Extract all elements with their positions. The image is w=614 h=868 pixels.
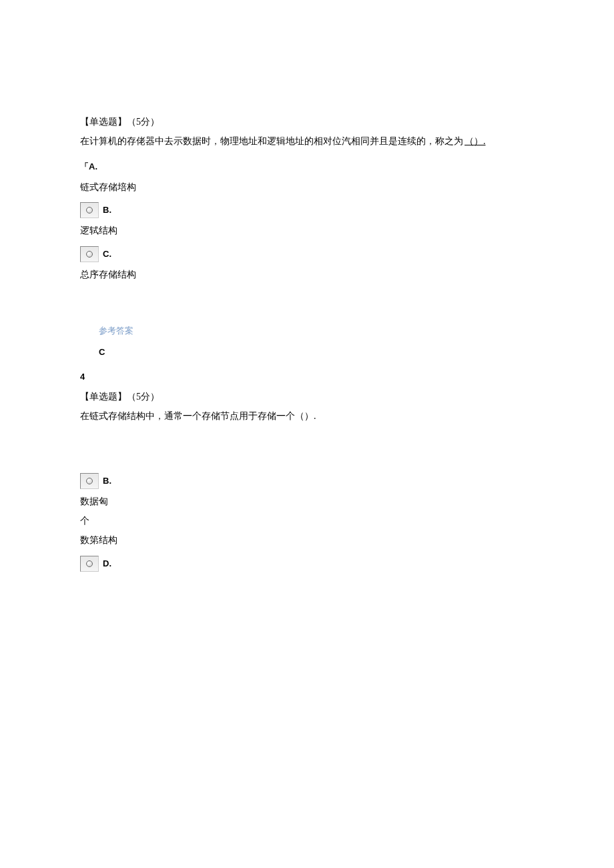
option-d-row[interactable]: D. bbox=[80, 556, 534, 572]
option-b-text-line3: 数第结构 bbox=[80, 532, 534, 548]
question-text: 在计算机的存佬器中去示数据时，物理地址和逻辑地址的相对位汽相同并且是连续的，称之… bbox=[80, 133, 534, 149]
option-b-label: B. bbox=[103, 473, 111, 489]
option-b-row[interactable]: B. bbox=[80, 202, 534, 218]
radio-icon[interactable] bbox=[80, 473, 99, 489]
option-c-row[interactable]: C. bbox=[80, 246, 534, 262]
question-blank: （）. bbox=[463, 136, 487, 146]
option-b-text-line2: 个 bbox=[80, 512, 534, 529]
option-a-label: 「A. bbox=[80, 159, 534, 174]
answer-label: 参考答案 bbox=[99, 323, 534, 338]
radio-icon[interactable] bbox=[80, 556, 99, 572]
option-d-label: D. bbox=[103, 556, 111, 572]
question-type-header: 【单选题】（5分） bbox=[80, 113, 534, 130]
option-c-label: C. bbox=[103, 246, 111, 262]
answer-value: C bbox=[99, 344, 534, 360]
option-b-label: B. bbox=[103, 202, 111, 218]
option-b-text: 逻轼结构 bbox=[80, 222, 534, 239]
option-b-row[interactable]: B. bbox=[80, 473, 534, 489]
option-c-text: 总序存储结构 bbox=[80, 266, 534, 283]
question-text-prefix: 在计算机的存佬器中去示数据时，物理地址和逻辑地址的相对位汽相同并且是连续的，称之… bbox=[80, 136, 463, 146]
question-type-header: 【单选题】（5分） bbox=[80, 388, 534, 405]
question-block: 4 【单选题】（5分） 在链式存储结构中，通常一个存储节点用于存储一个（）. B… bbox=[80, 369, 534, 572]
question-number: 4 bbox=[80, 369, 534, 384]
option-b-text-line1: 数据匈 bbox=[80, 493, 534, 510]
question-text: 在链式存储结构中，通常一个存储节点用于存储一个（）. bbox=[80, 408, 534, 424]
question-block: 【单选题】（5分） 在计算机的存佬器中去示数据时，物理地址和逻辑地址的相对位汽相… bbox=[80, 113, 534, 360]
option-a-text: 链式存储培构 bbox=[80, 179, 534, 195]
radio-icon[interactable] bbox=[80, 202, 99, 218]
radio-icon[interactable] bbox=[80, 246, 99, 262]
